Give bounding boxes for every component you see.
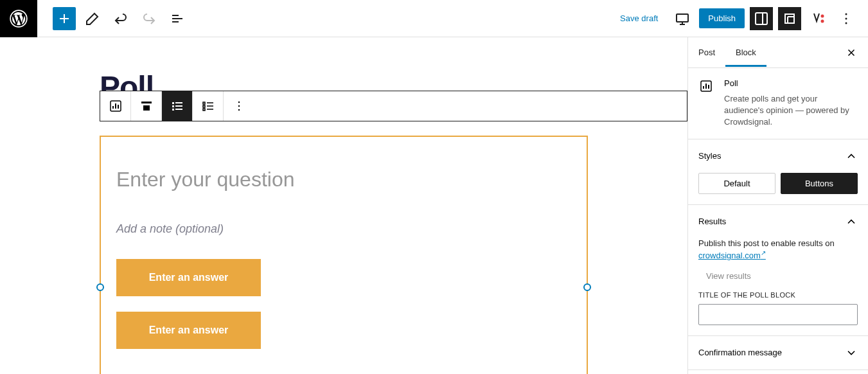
results-panel-toggle[interactable]: Results [688, 205, 868, 238]
publish-button[interactable]: Publish [699, 8, 745, 28]
view-results-link: View results [698, 261, 858, 291]
svg-rect-17 [203, 102, 205, 104]
chevron-down-icon [845, 346, 858, 359]
poll-title-input[interactable] [698, 304, 858, 325]
crowdsignal-button[interactable] [778, 7, 801, 30]
yoast-button[interactable] [806, 7, 829, 30]
confirmation-panel-title: Confirmation message [698, 348, 782, 357]
tab-post[interactable]: Post [688, 39, 725, 66]
svg-rect-15 [172, 109, 174, 111]
poll-question-input[interactable] [116, 168, 571, 191]
svg-rect-14 [175, 105, 182, 107]
svg-rect-10 [143, 105, 150, 111]
svg-rect-1 [677, 14, 688, 22]
resize-handle-right[interactable] [583, 283, 591, 291]
align-button[interactable] [131, 91, 162, 121]
confirmation-panel-toggle[interactable]: Confirmation message [688, 336, 868, 370]
save-draft-button[interactable]: Save draft [612, 10, 666, 27]
svg-point-5 [846, 13, 847, 15]
block-type-button[interactable] [100, 91, 131, 121]
styles-panel-title: Styles [698, 151, 721, 161]
external-link-icon: ↗ [761, 249, 766, 256]
resize-handle-left[interactable] [96, 283, 104, 291]
settings-toggle-button[interactable] [750, 7, 773, 30]
list-style-active-button[interactable] [162, 91, 193, 121]
chevron-up-icon [845, 150, 858, 163]
svg-rect-16 [175, 109, 182, 110]
svg-point-4 [821, 19, 824, 22]
svg-point-21 [238, 105, 240, 107]
document-overview-button[interactable] [166, 7, 189, 30]
svg-rect-13 [172, 105, 174, 107]
poll-title-label: TITLE OF THE POLL BLOCK [698, 291, 858, 299]
results-text: Publish this post to enable results on [698, 238, 858, 248]
block-toolbar [100, 91, 687, 121]
poll-answer-2[interactable]: Enter an answer [116, 312, 261, 349]
svg-point-20 [238, 102, 240, 103]
svg-rect-11 [172, 102, 174, 104]
styles-panel-toggle[interactable]: Styles [688, 139, 868, 173]
svg-rect-12 [175, 102, 182, 103]
block-more-button[interactable] [224, 91, 254, 121]
svg-point-3 [821, 14, 824, 17]
svg-point-22 [238, 109, 240, 111]
chevron-up-icon [845, 215, 858, 228]
add-block-button[interactable] [53, 7, 76, 30]
list-style-button[interactable] [193, 91, 224, 121]
tools-button[interactable] [81, 7, 104, 30]
preview-button[interactable] [671, 7, 694, 30]
svg-point-6 [846, 17, 847, 19]
undo-button[interactable] [109, 7, 132, 30]
results-panel-title: Results [698, 217, 726, 226]
redo-button[interactable] [137, 7, 161, 30]
poll-answer-1[interactable]: Enter an answer [116, 259, 261, 296]
poll-block[interactable]: Add a note (optional) Enter an answer En… [100, 136, 588, 374]
svg-rect-19 [203, 109, 205, 111]
poll-note-input[interactable]: Add a note (optional) [116, 222, 571, 236]
style-buttons-button[interactable]: Buttons [781, 173, 858, 194]
crowdsignal-link[interactable]: crowdsignal.com↗ [698, 251, 766, 260]
poll-icon [698, 78, 714, 94]
wordpress-logo[interactable] [0, 0, 37, 37]
svg-rect-18 [203, 105, 205, 107]
svg-rect-9 [141, 102, 152, 103]
svg-point-7 [846, 22, 847, 24]
close-sidebar-button[interactable] [840, 41, 863, 64]
svg-rect-2 [756, 13, 767, 24]
style-default-button[interactable]: Default [698, 173, 775, 194]
block-description: Create polls and get your audience's opi… [724, 93, 858, 129]
options-button[interactable] [835, 7, 858, 30]
tab-block[interactable]: Block [725, 39, 766, 66]
block-name: Poll [724, 78, 858, 88]
